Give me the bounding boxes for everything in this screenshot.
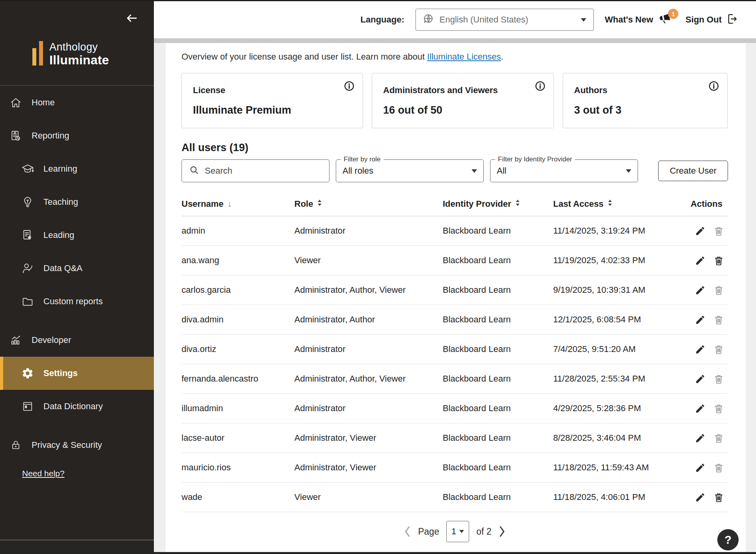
card-value: Illuminate Premium <box>193 104 352 116</box>
next-page-button[interactable] <box>499 526 506 537</box>
cell-last-access: 11/19/2025, 4:02:33 PM <box>553 255 675 266</box>
trash-icon <box>713 226 724 236</box>
pencil-icon <box>695 314 705 325</box>
sidebar-item-learning[interactable]: Learning <box>0 152 154 185</box>
license-cards: License Illuminate Premium Administrator… <box>182 73 728 128</box>
sidebar-item-home[interactable]: Home <box>0 86 154 119</box>
data-dictionary-icon <box>21 400 34 413</box>
info-icon[interactable] <box>535 80 546 93</box>
sidebar: Anthology Illuminate Home Reporting <box>0 1 154 552</box>
edit-user-button[interactable] <box>695 255 705 266</box>
column-header-last-access[interactable]: Last Access <box>553 199 675 209</box>
column-header-identity-provider[interactable]: Identity Provider <box>443 199 553 209</box>
column-header-role[interactable]: Role <box>294 199 443 209</box>
info-icon[interactable] <box>344 80 355 93</box>
edit-user-button[interactable] <box>695 492 705 503</box>
sidebar-item-custom-reports[interactable]: Custom reports <box>0 285 154 318</box>
delete-user-button[interactable] <box>713 255 724 266</box>
sidebar-item-teaching[interactable]: Teaching <box>0 185 154 219</box>
delete-user-button[interactable] <box>713 403 724 414</box>
sidebar-item-reporting[interactable]: Reporting <box>0 119 154 152</box>
filter-by-role-label: Filter by role <box>341 155 384 163</box>
trash-icon <box>713 433 724 444</box>
chat-globe-icon <box>423 13 434 26</box>
right-scrollbar-track[interactable] <box>746 43 756 552</box>
cell-idp: Blackboard Learn <box>443 255 553 266</box>
help-button[interactable]: ? <box>717 529 739 550</box>
search-input[interactable] <box>205 166 324 176</box>
cell-idp: Blackboard Learn <box>443 403 553 414</box>
edit-user-button[interactable] <box>695 285 705 296</box>
cell-role: Administrator, Author <box>294 314 443 325</box>
delete-user-button[interactable] <box>713 374 724 384</box>
create-user-button[interactable]: Create User <box>658 161 728 181</box>
filter-by-role-select[interactable]: Filter by role All roles <box>336 159 484 182</box>
pencil-icon <box>695 492 705 503</box>
delete-user-button[interactable] <box>713 314 724 325</box>
edit-user-button[interactable] <box>695 403 705 414</box>
column-header-username[interactable]: Username ↓ <box>182 199 294 209</box>
language-value: English (United States) <box>440 15 575 25</box>
all-users-heading: All users (19) <box>182 142 728 154</box>
sidebar-nav: Home Reporting Learning Teaching <box>0 86 154 478</box>
edit-user-button[interactable] <box>695 374 705 384</box>
language-select[interactable]: English (United States) <box>415 9 594 31</box>
table-row: mauricio.rios Administrator, Viewer Blac… <box>182 453 728 483</box>
delete-user-button[interactable] <box>713 285 724 296</box>
previous-page-button[interactable] <box>404 526 411 537</box>
sidebar-item-label: Learning <box>43 164 77 174</box>
whats-new-button[interactable]: What's New 1 <box>605 12 675 28</box>
edit-user-button[interactable] <box>695 314 705 325</box>
table-row: admin Administrator Blackboard Learn 11/… <box>182 216 728 246</box>
brand-bars-icon <box>32 39 43 69</box>
cell-last-access: 11/28/2025, 2:55:34 PM <box>553 374 675 384</box>
sidebar-item-data-dictionary[interactable]: Data Dictionary <box>0 390 154 423</box>
sidebar-item-data-qa[interactable]: Data Q&A <box>0 252 154 285</box>
sidebar-collapse-button[interactable] <box>125 11 138 26</box>
edit-user-button[interactable] <box>695 344 705 355</box>
need-help-link[interactable]: Need help? <box>0 469 154 478</box>
whats-new-label: What's New <box>605 15 653 25</box>
edit-user-button[interactable] <box>695 226 705 236</box>
filter-by-role-value: All roles <box>342 166 472 176</box>
delete-user-button[interactable] <box>713 462 724 473</box>
table-header: Username ↓ Role Identity Provider Last A… <box>182 192 728 216</box>
sidebar-item-label: Leading <box>43 230 74 240</box>
data-qa-icon <box>21 262 34 275</box>
app-window: Anthology Illuminate Home Reporting <box>0 0 756 554</box>
delete-user-button[interactable] <box>713 226 724 236</box>
scroll-band <box>154 38 756 43</box>
info-icon[interactable] <box>708 80 719 93</box>
edit-user-button[interactable] <box>695 433 705 444</box>
sidebar-item-label: Custom reports <box>43 296 103 307</box>
chevron-down-icon <box>459 530 464 533</box>
edit-user-button[interactable] <box>695 462 705 473</box>
sidebar-item-settings[interactable]: Settings <box>0 357 154 390</box>
delete-user-button[interactable] <box>713 492 724 503</box>
delete-user-button[interactable] <box>713 344 724 355</box>
column-label: Last Access <box>553 199 604 209</box>
search-box <box>182 159 329 182</box>
table-body: admin Administrator Blackboard Learn 11/… <box>182 216 728 512</box>
cell-role: Administrator, Author, Viewer <box>294 285 443 295</box>
illuminate-licenses-link[interactable]: Illuminate Licenses <box>427 52 501 62</box>
current-page-number: 1 <box>451 526 456 537</box>
cell-role: Viewer <box>294 255 443 266</box>
sign-out-button[interactable]: Sign Out <box>685 13 738 26</box>
sidebar-item-leading[interactable]: Leading <box>0 219 154 252</box>
trash-icon <box>713 374 724 384</box>
page-number-select[interactable]: 1 <box>446 521 469 542</box>
cell-idp: Blackboard Learn <box>443 492 553 502</box>
sidebar-item-developer[interactable]: Developer <box>0 324 154 357</box>
column-label: Identity Provider <box>443 199 511 209</box>
delete-user-button[interactable] <box>713 433 724 444</box>
filter-by-idp-select[interactable]: Filter by Identity Provider All <box>490 159 638 182</box>
trash-icon <box>713 285 724 296</box>
sidebar-item-privacy-security[interactable]: Privacy & Security <box>0 429 154 462</box>
pencil-icon <box>695 433 705 444</box>
trash-icon <box>713 403 724 414</box>
pagination: Page 1 of 2 <box>182 521 728 542</box>
trash-icon <box>713 255 724 266</box>
language-label: Language: <box>361 15 404 25</box>
table-row: wade Viewer Blackboard Learn 11/18/2025,… <box>182 483 728 512</box>
